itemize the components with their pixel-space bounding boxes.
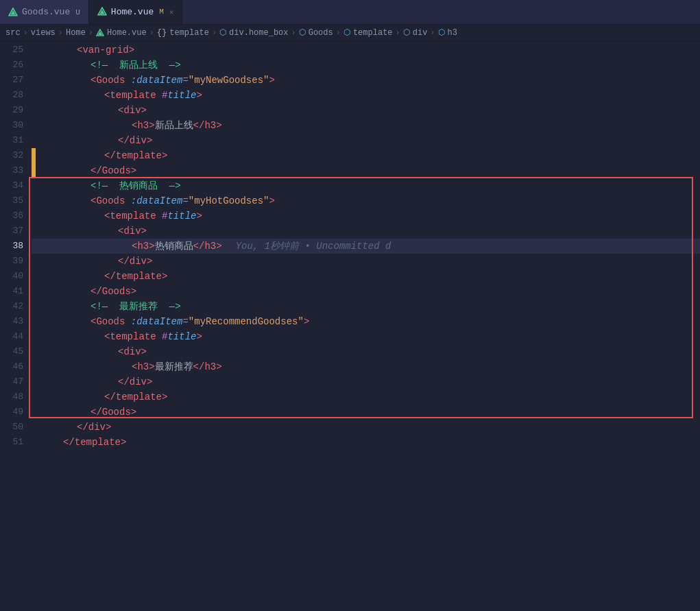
code-line-33: </Goods> [32, 163, 700, 178]
code-line-43: <Goods :dataItem="myRecommendGoodses"> [32, 314, 700, 329]
crumb-sep-1: › [23, 28, 28, 38]
gutter-46 [32, 359, 36, 374]
code-line-27: <Goods :dataItem="myNewGoodses"> [32, 73, 700, 88]
code-line-41: </Goods> [32, 284, 700, 299]
gutter-38 [32, 239, 36, 254]
crumb-div: div [413, 28, 428, 38]
tab-home-vue[interactable]: Home.vue M ✕ [89, 0, 183, 24]
code-line-38: <h3>热销商品</h3> You, 1秒钟前 • Uncommitted d [32, 239, 700, 254]
code-line-30: <h3>新品上线</h3> [32, 118, 700, 133]
ln-32: 32 [3, 148, 23, 163]
code-30-text: <h3> [132, 118, 155, 133]
gutter-47 [32, 374, 36, 390]
crumb-box-icon: ⬡ [219, 27, 226, 38]
gutter-42 [32, 299, 36, 314]
code-line-36: <template #title> [32, 208, 700, 224]
code-33-text: </Goods> [90, 163, 136, 178]
crumb-sep-4: › [149, 28, 154, 38]
code-line-28: <template #title> [32, 88, 700, 103]
crumb-h3: h3 [448, 28, 457, 38]
crumb-template: template [169, 28, 209, 38]
crumb-h3-icon: ⬡ [438, 27, 445, 38]
ln-29: 29 [3, 103, 23, 118]
crumb-homevue: Home.vue [107, 28, 147, 38]
crumb-div-icon: ⬡ [403, 27, 410, 38]
tab-bar: Goods.vue U Home.vue M ✕ [0, 0, 700, 25]
code-line-29: <div> [32, 103, 700, 118]
tab-close-button[interactable]: ✕ [169, 8, 174, 16]
code-39-text: </div> [118, 254, 152, 269]
ln-36: 36 [3, 208, 23, 224]
code-45-text: <div> [118, 344, 147, 359]
code-46-text: <h3> [132, 359, 155, 374]
gutter-36 [32, 208, 36, 224]
code-47-text: </div> [118, 374, 152, 390]
gutter-29 [32, 103, 36, 118]
code-35-text: <Goods [90, 193, 131, 208]
code-line-32: </template> [32, 148, 700, 163]
gutter-51 [32, 435, 36, 450]
crumb-goods: Goods [309, 28, 333, 38]
ln-47: 47 [3, 374, 23, 390]
tab-goods-vue[interactable]: Goods.vue U [0, 0, 89, 24]
crumb-sep-9: › [430, 28, 435, 38]
ln-38: 38 [3, 239, 23, 254]
code-25-text: < [77, 43, 82, 58]
ln-26: 26 [3, 58, 23, 73]
crumb-sep-6: › [291, 28, 296, 38]
code-48-text: </template> [104, 390, 167, 405]
crumb-sep-8: › [396, 28, 400, 38]
gutter-50 [32, 420, 36, 435]
code-line-50: </div> [32, 420, 700, 435]
ln-35: 35 [3, 193, 23, 208]
crumb-sep-5: › [212, 28, 217, 38]
crumb-template-icon: ⬡ [343, 27, 350, 38]
ln-31: 31 [3, 133, 23, 148]
ln-48: 48 [3, 390, 23, 405]
code-line-26: <!— 新品上线 —> [32, 58, 700, 73]
code-42-text: <!— 最新推荐 —> [90, 299, 181, 314]
code-line-39: </div> [32, 254, 700, 269]
tab-home-badge: M [159, 8, 164, 16]
ln-51: 51 [3, 435, 23, 450]
gutter-27 [32, 73, 36, 88]
code-line-35: <Goods :dataItem="myHotGoodses"> [32, 193, 700, 208]
crumb-sep-7: › [336, 28, 341, 38]
crumb-views: views [31, 28, 56, 38]
crumb-goods-icon: ⬡ [299, 27, 306, 38]
ln-46: 46 [3, 359, 23, 374]
tab-goods-label: Goods.vue [22, 7, 70, 17]
code-49-text: </Goods> [90, 405, 136, 420]
ln-42: 42 [3, 299, 23, 314]
ln-50: 50 [3, 420, 23, 435]
editor: 25 26 27 28 29 30 31 32 33 34 35 36 37 3… [0, 41, 700, 611]
code-43-text: <Goods [90, 314, 131, 329]
ln-27: 27 [3, 73, 23, 88]
ln-41: 41 [3, 284, 23, 299]
ln-49: 49 [3, 405, 23, 420]
crumb-home: Home [66, 28, 86, 38]
crumb-sep-2: › [58, 28, 63, 38]
code-34-text: <!— 热销商品 —> [90, 178, 181, 193]
ln-44: 44 [3, 329, 23, 344]
crumb-src: src [5, 28, 21, 38]
code-content[interactable]: <van-grid> <!— 新品上线 —> <Goods :dataItem=… [29, 41, 700, 611]
code-36-text: <template [104, 208, 162, 224]
code-38-text: <h3> [132, 239, 155, 254]
tab-home-label: Home.vue [111, 7, 154, 17]
ln-25: 25 [3, 43, 23, 58]
gutter-33 [32, 163, 36, 178]
crumb-div-home: div.home_box [229, 28, 288, 38]
ln-37: 37 [3, 224, 23, 239]
gutter-28 [32, 88, 36, 103]
code-44-text: <template [104, 329, 162, 344]
code-26-text: <!— 新品上线 —> [90, 58, 181, 73]
breadcrumb: src › views › Home › Home.vue › {} templ… [0, 25, 700, 41]
code-line-34: <!— 热销商品 —> [32, 178, 700, 193]
code-line-45: <div> [32, 344, 700, 359]
code-41-text: </Goods> [90, 284, 136, 299]
code-line-48: </template> [32, 390, 700, 405]
code-line-49: </Goods> [32, 405, 700, 420]
line-numbers: 25 26 27 28 29 30 31 32 33 34 35 36 37 3… [0, 41, 29, 611]
tab-goods-badge: U [75, 8, 80, 16]
